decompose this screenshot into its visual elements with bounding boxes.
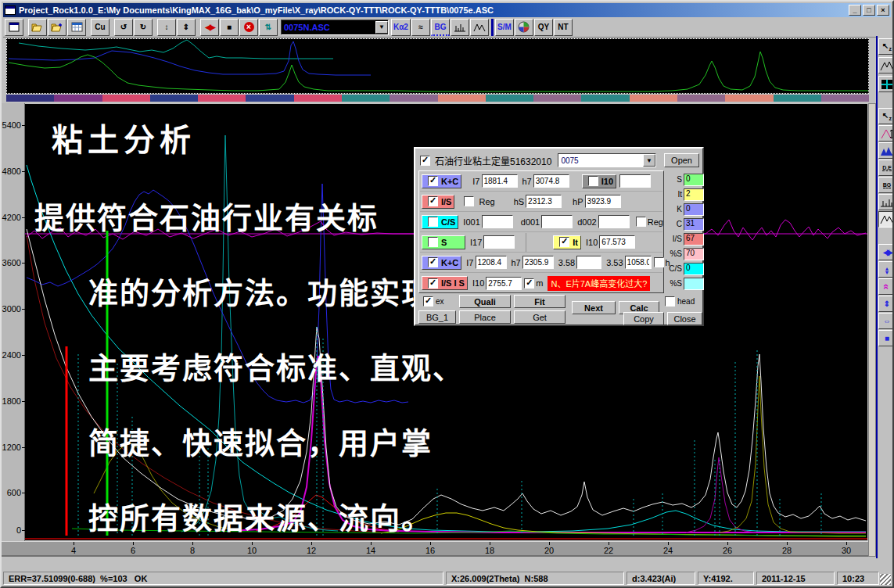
reg2-checkbox[interactable] <box>636 217 646 227</box>
d353-input[interactable] <box>625 256 652 269</box>
warning-message: N、E片7A峰高变化过大? <box>548 276 650 291</box>
pan-vertical-button[interactable]: ▲▼ <box>878 261 894 278</box>
horizontal-arrows-button[interactable]: ◀▶ <box>200 19 219 36</box>
i10c-input[interactable] <box>486 277 522 290</box>
ka2-strip-button[interactable]: Kα2 <box>391 19 411 36</box>
zoom-cursor-button[interactable]: ↖z <box>878 38 894 55</box>
is-checkbox[interactable] <box>428 196 438 206</box>
dialog-enable-checkbox[interactable] <box>420 156 430 166</box>
smooth-wave-button[interactable]: ≈ <box>411 19 430 36</box>
h7b-input[interactable] <box>522 256 554 269</box>
form-icon[interactable] <box>5 19 23 36</box>
d358-input[interactable] <box>576 256 601 269</box>
head-checkbox[interactable] <box>665 296 675 307</box>
chevron-down-icon[interactable]: ▼ <box>643 154 655 167</box>
reg-checkbox[interactable] <box>464 196 474 206</box>
x-tick-label: 16 <box>421 546 440 555</box>
kc2-chip[interactable]: K+C <box>422 256 461 270</box>
background-button[interactable]: BG <box>431 19 450 36</box>
zoom-cursor-button-2[interactable]: ↖z <box>878 108 894 124</box>
i001-input[interactable] <box>482 215 513 228</box>
double-peak-button[interactable] <box>470 19 489 36</box>
d001-input[interactable] <box>541 215 573 228</box>
phase-color-band[interactable] <box>6 95 869 102</box>
de-button[interactable]: D.E <box>878 160 894 176</box>
hs-input[interactable] <box>526 195 562 208</box>
vertical-scrollbar[interactable] <box>868 103 876 557</box>
d002-input[interactable] <box>598 215 630 228</box>
pan-horizontal-button[interactable]: ◀▶ <box>878 244 894 260</box>
i17-input[interactable] <box>483 235 515 249</box>
scale-horizontal-button[interactable]: ⇔ <box>878 313 894 329</box>
cancel-button[interactable]: × <box>239 19 258 36</box>
maximize-button[interactable]: □ <box>863 5 875 16</box>
get-button[interactable]: Get <box>514 310 565 324</box>
file-combobox[interactable]: 0075N.ASC ▼ <box>281 20 389 35</box>
open-add-file-button[interactable] <box>48 19 66 36</box>
minimize-button[interactable]: _ <box>849 5 861 16</box>
refresh-button[interactable]: ⇅ <box>259 19 278 36</box>
bg1-button[interactable]: BG_1 <box>418 310 456 324</box>
filled-peaks-button[interactable] <box>878 142 894 159</box>
peak-bars-side-button[interactable] <box>878 194 894 210</box>
nt-mode-button[interactable]: NT <box>554 19 573 36</box>
peak-bars-button[interactable] <box>451 19 469 36</box>
h7-input[interactable] <box>533 174 569 188</box>
collapse-vertical-button[interactable]: ⇕ <box>177 19 196 36</box>
rotate-left-button[interactable]: ↺ <box>114 19 133 36</box>
kc-checkbox[interactable] <box>428 176 438 186</box>
h-checkbox[interactable] <box>654 257 664 267</box>
zoom-in-y-button[interactable]: « <box>878 278 894 295</box>
stop-button[interactable]: ■ <box>220 19 239 36</box>
rotate-right-button[interactable]: ↻ <box>134 19 153 36</box>
expand-vertical-button[interactable]: ↕ <box>157 19 176 36</box>
close-dialog-button[interactable]: Close <box>667 312 702 325</box>
clay-quantification-dialog[interactable]: 石油行业粘土定量51632010 0075 ▼ Open K+C I7 h7 I… <box>414 147 704 326</box>
isis-checkbox[interactable] <box>428 278 438 289</box>
full-view-button[interactable]: ■ <box>878 330 894 346</box>
next-button[interactable]: Next <box>572 301 616 314</box>
sample-combobox[interactable]: 0075 ▼ <box>558 153 656 167</box>
scale-vertical-button[interactable]: ⇕ <box>878 296 894 312</box>
cs-checkbox[interactable] <box>428 217 438 227</box>
fit-button[interactable]: Fit <box>514 295 565 308</box>
it-chip[interactable]: It <box>553 235 581 249</box>
cu-anode-button[interactable]: Cu <box>91 19 110 36</box>
kc2-checkbox[interactable] <box>428 257 438 267</box>
i10-input[interactable] <box>619 174 651 188</box>
qy-mode-button[interactable]: QY <box>534 19 553 36</box>
s-checkbox[interactable] <box>428 237 438 247</box>
i10-checkbox[interactable] <box>588 176 598 186</box>
m-checkbox[interactable] <box>524 278 534 289</box>
bg-subtract-button[interactable]: BG <box>878 177 894 193</box>
i7b-input[interactable] <box>476 256 507 269</box>
cs-chip[interactable]: C/S <box>422 215 458 229</box>
i7-input[interactable] <box>482 174 518 188</box>
open-button[interactable]: Open <box>664 153 699 167</box>
i10-chip[interactable]: I10 <box>582 174 616 188</box>
kc-chip[interactable]: K+C <box>422 174 461 188</box>
open-file-button[interactable] <box>28 19 47 36</box>
hp-input[interactable] <box>585 195 621 208</box>
quali-button[interactable]: Quali <box>459 295 511 308</box>
place-button[interactable]: Place <box>459 310 511 324</box>
close-button[interactable]: × <box>877 5 889 16</box>
peak-view-button[interactable] <box>878 57 894 74</box>
data-table-button[interactable] <box>67 19 86 36</box>
ex-checkbox[interactable] <box>423 296 433 307</box>
isis-chip[interactable]: I/S I S <box>422 276 468 290</box>
s-chip[interactable]: S <box>422 235 465 249</box>
color-wheel-button[interactable] <box>515 19 533 36</box>
i10b-input[interactable] <box>599 235 635 249</box>
resize-grip[interactable] <box>880 574 891 585</box>
copy-button[interactable]: Copy <box>623 312 664 325</box>
is-chip[interactable]: I/S <box>422 195 454 209</box>
peak-height-button[interactable] <box>878 125 894 142</box>
titlebar[interactable]: Project_Rock1.0.0_E:\My Documents\KingMA… <box>3 3 891 17</box>
it-checkbox[interactable] <box>559 237 569 247</box>
fit-peaks-button[interactable] <box>878 211 894 228</box>
overview-plot[interactable] <box>6 38 869 94</box>
chevron-down-icon[interactable]: ▼ <box>375 21 388 34</box>
grid-view-button[interactable] <box>878 76 894 92</box>
percent-mass-button[interactable]: S/M <box>495 19 514 36</box>
